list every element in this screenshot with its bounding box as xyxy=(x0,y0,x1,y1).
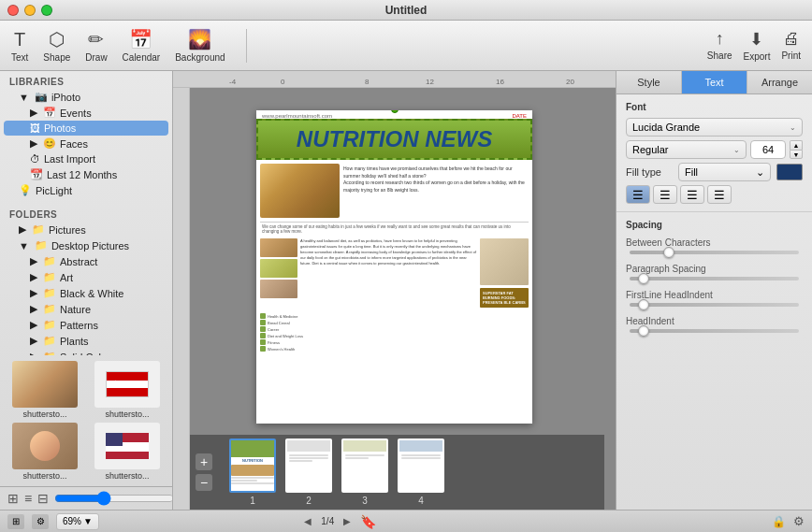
tab-style[interactable]: Style xyxy=(616,71,682,93)
paragraph-spacing-thumb[interactable] xyxy=(638,273,649,284)
lib-thumb-3[interactable]: shuttersto... xyxy=(6,423,84,481)
sidebar-item-art[interactable]: ▶ 📁 Art xyxy=(4,269,168,285)
background-icon: 🌄 xyxy=(188,28,211,50)
gear-icon[interactable]: ⚙ xyxy=(793,514,805,528)
align-justify-button[interactable]: ☰ xyxy=(707,185,732,204)
shape-tool-button[interactable]: ⬡ Shape xyxy=(43,28,70,63)
print-label: Print xyxy=(781,50,801,61)
thumbnail-2[interactable]: 2 xyxy=(285,439,332,506)
sidebar-item-patterns[interactable]: ▶ 📁 Patterns xyxy=(4,317,168,333)
fill-type-select[interactable]: Fill ⌄ xyxy=(678,163,771,181)
sidebar-item-faces[interactable]: ▶ 😊 Faces xyxy=(4,136,168,151)
close-button[interactable] xyxy=(7,5,19,16)
draw-tool-button[interactable]: ✏ Draw xyxy=(85,28,107,63)
sidebar-item-events[interactable]: ▶ 📅 Events xyxy=(4,105,168,121)
expand-icon: ▶ xyxy=(30,319,37,331)
bookmark-icon[interactable]: 🔖 xyxy=(360,514,376,529)
text-tool-button[interactable]: T Text xyxy=(11,29,28,63)
grid-view-button[interactable]: ⊞ xyxy=(7,491,19,506)
align-center-button[interactable]: ☰ xyxy=(653,185,677,204)
last-import-icon: ⏱ xyxy=(30,153,40,165)
size-slider[interactable] xyxy=(54,493,173,504)
lib-thumb-1[interactable]: shuttersto... xyxy=(6,361,84,419)
sidebar-item-piclight[interactable]: 💡 PicLight xyxy=(4,182,168,198)
paragraph-spacing-label: Paragraph Spacing xyxy=(626,264,803,274)
thumb-label-1: shuttersto... xyxy=(22,410,66,419)
sidebar-item-black-white[interactable]: ▶ 📁 Black & White xyxy=(4,285,168,301)
minimize-button[interactable] xyxy=(24,5,36,16)
export-button[interactable]: ⬇ Export xyxy=(744,29,771,62)
sidebar-item-plants[interactable]: ▶ 📁 Plants xyxy=(4,333,168,349)
canvas-with-ruler: www.pearlmountainsoft.com DATE NUTRITION… xyxy=(173,88,616,510)
ruler-top: -4 0 8 12 16 20 xyxy=(173,71,616,88)
sidebar-item-nature[interactable]: ▶ 📁 Nature xyxy=(4,301,168,317)
between-chars-thumb[interactable] xyxy=(663,247,674,258)
maximize-button[interactable] xyxy=(41,5,52,16)
calendar-tool-button[interactable]: 📅 Calendar xyxy=(123,28,161,63)
step-up-button[interactable]: ▲ xyxy=(790,140,803,150)
photos-icon: 🖼 xyxy=(30,122,40,134)
zoom-select-button[interactable]: 69% ▼ xyxy=(56,513,99,530)
align-right-button[interactable]: ☰ xyxy=(680,185,704,204)
color-swatch[interactable] xyxy=(776,164,803,180)
paragraph-spacing-track xyxy=(630,277,799,280)
sidebar-text-box: SUPERSTAR FAT BURNING FOODS: PRESENTA BL… xyxy=(480,288,529,308)
zoom-dropdown-icon: ▼ xyxy=(83,516,93,526)
page-title: NUTRITION NEWS xyxy=(264,128,525,151)
expand-icon: ▶ xyxy=(30,137,37,150)
sidebar-item-iphoto[interactable]: ▼ 📷 iPhoto xyxy=(4,89,168,105)
zoom-in-button[interactable]: + xyxy=(196,453,212,470)
lib-thumb-4[interactable]: shuttersto... xyxy=(88,423,167,481)
thumb-image-4 xyxy=(94,423,160,469)
export-icon: ⬇ xyxy=(749,29,763,50)
page-thumb-column xyxy=(260,238,297,308)
thumbnail-4[interactable]: 4 xyxy=(398,439,444,506)
align-left-button[interactable]: ☰ xyxy=(626,185,650,204)
thumbnail-3[interactable]: 3 xyxy=(341,439,388,506)
media-button[interactable]: ⊞ xyxy=(7,514,24,529)
zoom-out-button[interactable]: − xyxy=(196,474,212,491)
print-button[interactable]: 🖨 Print xyxy=(781,29,801,62)
step-down-button[interactable]: ▼ xyxy=(790,150,803,159)
page-hero-image xyxy=(260,164,340,218)
sidebar-item-last-12-months[interactable]: 📆 Last 12 Months xyxy=(4,166,168,182)
between-chars-label: Between Characters xyxy=(626,237,803,248)
thumbnail-1[interactable]: NUTRITION 1 xyxy=(229,439,276,506)
settings-button[interactable]: ⚙ xyxy=(32,514,49,529)
sidebar-item-label: PicLight xyxy=(36,185,72,196)
libraries-label: LIBRARIES xyxy=(0,71,172,89)
text-tool-label: Text xyxy=(11,52,28,63)
spacing-section: Spacing Between Characters Paragraph Spa… xyxy=(616,212,812,350)
zoom-control: 69% ▼ xyxy=(56,513,99,530)
headindent-thumb[interactable] xyxy=(638,325,649,337)
calendar-icon: 📅 xyxy=(129,28,152,50)
lib-thumb-2[interactable]: ★ shuttersto... xyxy=(88,361,167,419)
sidebar-item-photos[interactable]: 🖼 Photos xyxy=(4,121,168,136)
sidebar-item-solid-colors[interactable]: ▶ 📁 Solid Colors xyxy=(4,349,168,355)
canvas-scroll[interactable]: www.pearlmountainsoft.com DATE NUTRITION… xyxy=(173,88,616,510)
tab-text[interactable]: Text xyxy=(682,71,747,93)
background-tool-button[interactable]: 🌄 Background xyxy=(175,28,225,63)
detail-view-button[interactable]: ⊟ xyxy=(37,491,49,506)
tab-arrange[interactable]: Arrange xyxy=(747,71,812,93)
expand-icon: ▶ xyxy=(30,335,37,347)
font-family-select[interactable]: Lucida Grande ⌄ xyxy=(626,118,803,137)
sidebar-item-last-import[interactable]: ⏱ Last Import xyxy=(4,151,168,166)
page-main-text: A healthy and balanced diet, as well as … xyxy=(300,238,477,308)
sidebar-item-label: Art xyxy=(60,272,73,283)
sidebar-item-pictures[interactable]: ▶ 📁 Pictures xyxy=(4,222,168,237)
sidebar-item-desktop-pictures[interactable]: ▼ 📁 Desktop Pictures xyxy=(4,237,168,253)
ruler-left xyxy=(173,88,190,510)
font-style-select[interactable]: Regular ⌄ xyxy=(626,140,747,159)
firstline-thumb[interactable] xyxy=(638,299,649,310)
next-page-button[interactable]: ▶ xyxy=(340,514,355,528)
thumb-box-2 xyxy=(285,439,332,493)
share-button[interactable]: ↑ Share xyxy=(707,29,732,62)
font-size-input[interactable]: 64 xyxy=(750,140,786,159)
col-image-2 xyxy=(260,259,297,278)
sidebar-item-abstract[interactable]: ▶ 📁 Abstract xyxy=(4,253,168,269)
prev-page-button[interactable]: ◀ xyxy=(300,514,315,528)
font-style-row: Regular ⌄ 64 ▲ ▼ xyxy=(626,140,803,159)
list-view-button[interactable]: ≡ xyxy=(24,491,32,506)
page-columns: A healthy and balanced diet, as well as … xyxy=(256,236,532,310)
